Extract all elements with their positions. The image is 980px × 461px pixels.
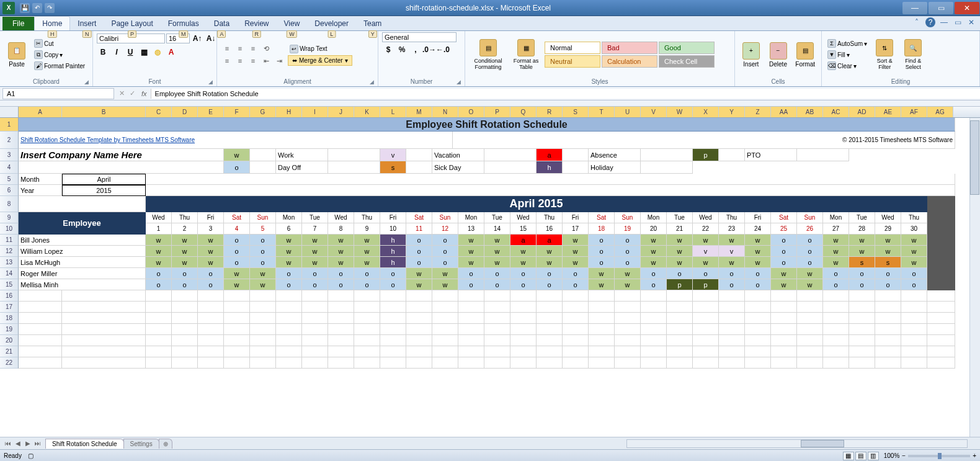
shift-cell[interactable]: w [224, 279, 250, 290]
year-label[interactable]: Year [19, 185, 62, 196]
formula-bar-expand[interactable] [0, 101, 980, 107]
day-of-week[interactable]: Sat [589, 212, 615, 223]
conditional-formatting-button[interactable]: ▤Conditional Formatting [469, 38, 507, 71]
window-close-icon[interactable]: ✕ [966, 17, 976, 27]
vertical-scrollbar[interactable] [969, 118, 980, 437]
shift-cell[interactable]: w [484, 246, 510, 257]
shift-cell[interactable]: w [250, 279, 276, 290]
legend-code-v[interactable]: v [380, 149, 406, 161]
col-header-B[interactable]: B [62, 107, 146, 117]
cell[interactable] [62, 357, 146, 369]
row-header[interactable]: 22 [0, 357, 19, 369]
cell[interactable] [19, 290, 62, 302]
style-check-cell[interactable]: Check Cell [659, 55, 715, 68]
shift-cell[interactable]: w [328, 235, 354, 246]
shift-cell[interactable]: w [823, 257, 849, 268]
cell[interactable] [302, 313, 328, 324]
shift-cell[interactable]: w [615, 268, 641, 279]
name-box[interactable] [2, 88, 114, 99]
shift-cell[interactable]: o [458, 268, 484, 279]
cell[interactable] [250, 357, 276, 369]
select-all-corner[interactable] [0, 107, 19, 117]
day-of-week[interactable]: Thu [537, 212, 563, 223]
cell[interactable] [354, 346, 380, 357]
cell[interactable] [172, 302, 198, 313]
cell[interactable] [198, 324, 224, 335]
cell[interactable] [797, 335, 823, 346]
cell[interactable] [849, 302, 875, 313]
cell[interactable] [693, 335, 719, 346]
cell[interactable] [302, 324, 328, 335]
row-header[interactable]: 3 [0, 149, 19, 161]
cell[interactable] [641, 161, 693, 174]
sheet-tab-active[interactable]: Shift Rotation Schedule [45, 439, 124, 449]
shift-cell[interactable]: w [276, 257, 302, 268]
day-of-week[interactable]: Sat [224, 212, 250, 223]
tab-review[interactable]: ReviewR [237, 17, 276, 30]
cell[interactable] [510, 313, 537, 324]
day-of-week[interactable]: Tue [667, 212, 693, 223]
cell[interactable] [693, 302, 719, 313]
ribbon-minimize-icon[interactable]: ˄ [912, 17, 922, 27]
cell[interactable] [406, 302, 432, 313]
day-of-week[interactable]: Thu [719, 212, 745, 223]
cell[interactable] [537, 324, 563, 335]
view-page-layout-icon[interactable]: ▤ [855, 452, 866, 460]
bold-button[interactable]: B [97, 46, 109, 58]
day-number[interactable]: 19 [615, 223, 641, 235]
cell[interactable] [797, 290, 823, 302]
shift-cell[interactable]: w [719, 235, 745, 246]
legend-label-o[interactable]: Day Off [276, 161, 328, 174]
cell[interactable] [484, 324, 510, 335]
cell[interactable] [250, 313, 276, 324]
legend-code-p[interactable]: p [693, 149, 719, 161]
formula-input[interactable] [151, 89, 980, 99]
cell[interactable] [875, 335, 901, 346]
insert-cells-button[interactable]: +Insert [739, 41, 764, 69]
scrollbar-thumb[interactable] [801, 440, 844, 447]
col-header-Q[interactable]: Q [510, 107, 537, 117]
shift-cell[interactable]: o [745, 279, 771, 290]
shift-cell[interactable]: w [302, 246, 328, 257]
shift-cell[interactable]: w [172, 246, 198, 257]
shift-cell[interactable]: w [458, 257, 484, 268]
row-header[interactable]: 14 [0, 268, 19, 279]
day-of-week[interactable]: Wed [328, 212, 354, 223]
cell[interactable] [328, 149, 380, 161]
tab-page-layout[interactable]: Page LayoutP [104, 17, 160, 30]
cell[interactable] [19, 161, 224, 174]
day-number[interactable]: 22 [693, 223, 719, 235]
cell[interactable] [901, 335, 927, 346]
shift-cell[interactable]: w [510, 257, 537, 268]
shift-cell[interactable]: o [432, 235, 458, 246]
col-header-J[interactable]: J [328, 107, 354, 117]
day-of-week[interactable]: Wed [146, 212, 172, 223]
cell[interactable] [563, 335, 589, 346]
shift-cell[interactable]: w [276, 235, 302, 246]
shift-cell[interactable]: o [589, 246, 615, 257]
legend-code-h[interactable]: h [537, 161, 563, 174]
shift-cell[interactable]: w [146, 246, 172, 257]
cell[interactable] [146, 357, 172, 369]
cell[interactable] [250, 335, 276, 346]
shift-cell[interactable]: o [380, 279, 406, 290]
row-header[interactable]: 4 [0, 161, 19, 174]
cell[interactable] [563, 161, 589, 174]
legend-code-s[interactable]: s [380, 161, 406, 174]
cell[interactable] [380, 335, 406, 346]
cell[interactable] [380, 346, 406, 357]
cell[interactable] [146, 335, 172, 346]
row-header[interactable]: 1 [0, 118, 19, 132]
cell[interactable] [563, 313, 589, 324]
paste-button[interactable]: 📋 Paste [4, 41, 30, 69]
cell[interactable] [198, 357, 224, 369]
tab-view[interactable]: ViewW [277, 17, 308, 30]
row-header[interactable]: 8 [0, 196, 19, 212]
shift-cell[interactable]: w [719, 257, 745, 268]
shift-cell[interactable]: o [250, 246, 276, 257]
day-of-week[interactable]: Sun [615, 212, 641, 223]
decrease-indent-icon[interactable]: ⇤ [260, 55, 272, 66]
cell[interactable] [823, 290, 849, 302]
employee-name[interactable]: Roger Miller [19, 268, 146, 279]
legend-code-w[interactable]: w [224, 149, 250, 161]
